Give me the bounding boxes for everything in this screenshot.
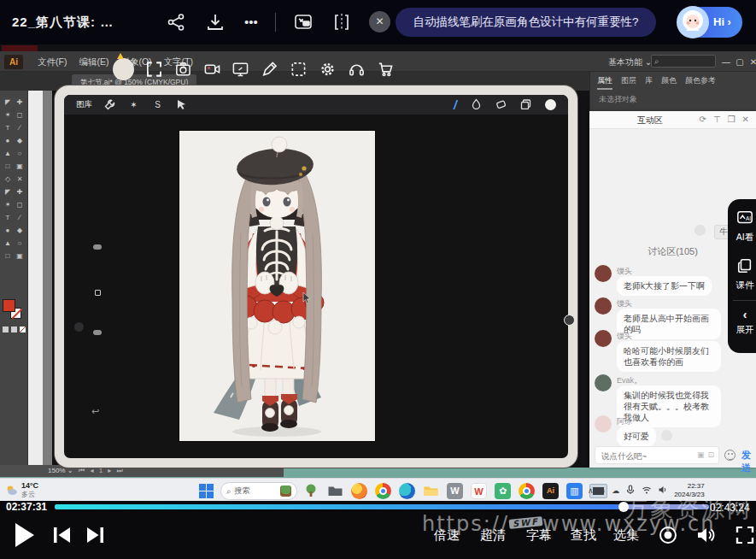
- share-icon[interactable]: [166, 12, 186, 32]
- previous-button[interactable]: [53, 527, 72, 544]
- fullscreen-icon[interactable]: [735, 525, 755, 545]
- adjustments-icon[interactable]: ✶: [128, 99, 139, 110]
- layers-icon[interactable]: [520, 97, 531, 113]
- recorder-icon[interactable]: [203, 60, 221, 79]
- gif-icon[interactable]: ⊡: [707, 450, 714, 459]
- tool-selection[interactable]: ◤: [2, 96, 14, 109]
- taskbar-app-wps[interactable]: W: [469, 481, 489, 501]
- image-attach-icon[interactable]: ▣: [697, 450, 705, 459]
- tab-libraries[interactable]: 库: [645, 75, 653, 90]
- assistant-pill[interactable]: Hi ›: [677, 7, 742, 38]
- tool-direct-selection[interactable]: ✚: [14, 96, 26, 109]
- tool-slice[interactable]: ○: [14, 237, 26, 250]
- taskbar-app-edge[interactable]: [397, 481, 417, 501]
- taskbar-app-word-gray[interactable]: W: [445, 481, 465, 501]
- workspace-switcher[interactable]: 基本功能 ⌄: [608, 56, 652, 68]
- taskbar-app-explorer-dark[interactable]: [325, 481, 345, 501]
- menu-edit[interactable]: 编辑(E): [79, 56, 108, 68]
- tool-rectangle[interactable]: ◆: [14, 134, 26, 147]
- minimize-button[interactable]: —: [720, 57, 732, 67]
- restore-button[interactable]: ▢: [734, 57, 746, 67]
- selection-region-icon[interactable]: [290, 60, 308, 79]
- tool-column-graph[interactable]: ◆: [14, 224, 26, 237]
- more-icon[interactable]: •••: [244, 12, 265, 32]
- fill-swatch[interactable]: [3, 299, 15, 312]
- taskbar-app-green[interactable]: ✿: [493, 481, 513, 501]
- tab-color-guide[interactable]: 颜色参考: [685, 75, 716, 90]
- color-picker-icon[interactable]: [545, 99, 556, 110]
- tool-lasso[interactable]: ◻: [14, 109, 26, 121]
- tool-scale[interactable]: ▣: [14, 160, 26, 173]
- tool-mesh[interactable]: ✶: [2, 198, 14, 211]
- courseware-button[interactable]: 课件: [728, 257, 756, 291]
- illustrator-search-input[interactable]: [651, 55, 716, 68]
- avatar[interactable]: [595, 374, 612, 391]
- sidebar-dot-button[interactable]: [74, 322, 84, 332]
- tab-color[interactable]: 颜色: [661, 75, 677, 90]
- avatar[interactable]: [595, 297, 612, 315]
- tool-gradient[interactable]: ◻: [14, 198, 26, 211]
- taskbar-app-chrome[interactable]: [373, 481, 393, 501]
- progress-bar[interactable]: [55, 504, 709, 509]
- start-button[interactable]: [196, 481, 216, 501]
- chat-input[interactable]: [595, 448, 681, 464]
- tool-blend[interactable]: ∕: [14, 211, 26, 224]
- pin-icon[interactable]: ⊤: [713, 115, 721, 124]
- modify-button[interactable]: [95, 290, 101, 296]
- taskbar-app-firefox[interactable]: [349, 481, 369, 501]
- tool-line-segment[interactable]: ●: [2, 134, 14, 147]
- tray-chevron-up-icon[interactable]: ∧: [588, 486, 594, 495]
- floating-circle-button[interactable]: [564, 315, 575, 326]
- send-button[interactable]: 发送: [741, 449, 756, 474]
- tool-width[interactable]: ◇: [2, 173, 14, 185]
- tool-zoom[interactable]: ▣: [14, 250, 26, 262]
- taskbar-app-chrome-2[interactable]: [517, 481, 536, 501]
- eraser-tool-icon[interactable]: [495, 97, 507, 113]
- camera-icon[interactable]: [174, 60, 192, 79]
- fullscreen-expand-icon[interactable]: [145, 60, 163, 79]
- refresh-icon[interactable]: ⟳: [700, 115, 706, 124]
- menu-file[interactable]: 文件(F): [38, 56, 67, 68]
- tool-free-transform[interactable]: ✕: [14, 173, 26, 185]
- brush-tool-icon[interactable]: /: [454, 98, 457, 112]
- color-mode-swatches[interactable]: [3, 327, 26, 332]
- tool-symbol-sprayer[interactable]: ●: [2, 224, 14, 237]
- weather-widget[interactable]: 14°C多云: [5, 481, 38, 499]
- opacity-slider-handle[interactable]: [93, 330, 102, 335]
- taskbar-app-illustrator[interactable]: Ai: [541, 481, 560, 501]
- pen-icon[interactable]: [261, 60, 278, 79]
- emoji-icon[interactable]: [724, 450, 735, 461]
- taskbar-search[interactable]: ⌕搜索: [220, 482, 297, 500]
- pin-bubble-icon[interactable]: [694, 225, 706, 236]
- tool-artboard[interactable]: ▲: [2, 237, 14, 250]
- selection-tool-icon[interactable]: S: [152, 99, 163, 110]
- avatar[interactable]: [595, 265, 612, 282]
- taskbar-app-folder[interactable]: [421, 481, 441, 501]
- play-button[interactable]: [15, 523, 34, 547]
- artwork-canvas[interactable]: [179, 131, 375, 441]
- tool-perspective-grid[interactable]: ✚: [14, 185, 26, 198]
- screen-share-icon[interactable]: [231, 60, 249, 79]
- actions-wrench-icon[interactable]: [104, 99, 115, 110]
- avatar[interactable]: [595, 330, 612, 347]
- cart-icon[interactable]: [377, 60, 395, 79]
- brush-size-sidebar[interactable]: [93, 244, 102, 347]
- tool-eyedropper[interactable]: T: [2, 211, 14, 224]
- size-slider-handle[interactable]: [93, 244, 102, 250]
- tool-rotate[interactable]: □: [2, 160, 14, 173]
- pip-icon[interactable]: [293, 12, 314, 32]
- settings-gear-icon[interactable]: [319, 60, 337, 79]
- close-window-button[interactable]: ✕: [747, 57, 756, 67]
- close-panel-icon[interactable]: ✕: [742, 115, 749, 124]
- avatar[interactable]: [595, 415, 612, 432]
- tool-pencil[interactable]: ○: [14, 147, 26, 160]
- tool-paintbrush[interactable]: ▲: [2, 147, 14, 160]
- tray-pen-icon[interactable]: ✎: [600, 486, 607, 495]
- tool-hand[interactable]: □: [2, 250, 14, 262]
- ai-watch-button[interactable]: AI AI看: [728, 209, 756, 244]
- tray-cloud-icon[interactable]: ☁: [612, 486, 619, 495]
- tab-layers[interactable]: 图层: [621, 75, 636, 90]
- tool-pen[interactable]: T: [2, 121, 14, 134]
- tool-shape-builder[interactable]: ◤: [2, 185, 14, 198]
- transform-arrow-icon[interactable]: [176, 99, 187, 110]
